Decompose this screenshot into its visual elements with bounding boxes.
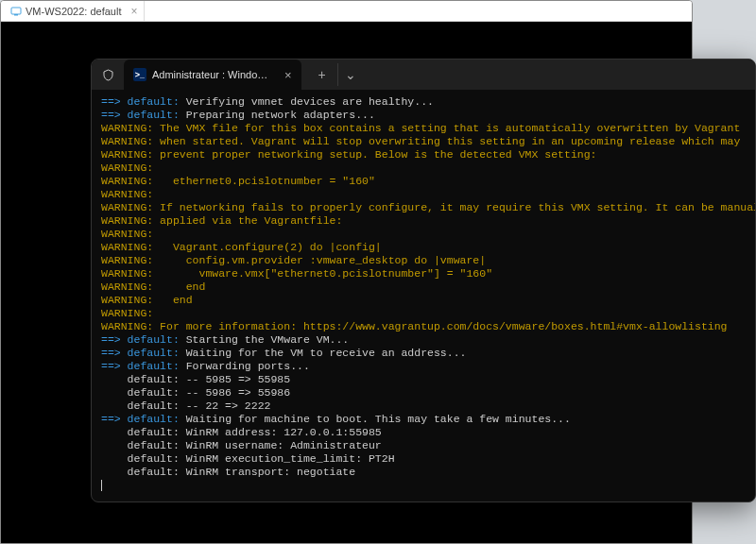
bg-tabbar: VM-WS2022: default ×	[1, 1, 692, 22]
svg-rect-0	[11, 8, 21, 14]
terminal-line: WARNING: end	[101, 294, 746, 307]
terminal-line: WARNING: applied via the Vagrantfile:	[101, 214, 746, 228]
terminal-line: WARNING: ethernet0.pcislotnumber = "160"	[101, 175, 746, 188]
terminal-line: WARNING:	[101, 228, 746, 241]
terminal-line: default: WinRM username: Administrateur	[101, 439, 746, 452]
terminal-output[interactable]: ==> default: Verifying vmnet devices are…	[92, 90, 755, 502]
terminal-line: WARNING: Vagrant.configure(2) do |config…	[101, 241, 746, 254]
terminal-line: default: WinRM execution_time_limit: PT2…	[101, 452, 746, 466]
terminal-titlebar[interactable]: >_ Administrateur : Windows Pov × + ⌄	[92, 60, 755, 90]
terminal-line: WARNING: when started. Vagrant will stop…	[101, 135, 746, 148]
shield-icon	[101, 68, 114, 81]
terminal-tab[interactable]: >_ Administrateur : Windows Pov ×	[124, 60, 301, 90]
new-tab-button[interactable]: +	[309, 63, 335, 86]
terminal-line: ==> default: Forwarding ports...	[101, 360, 746, 373]
svg-rect-1	[14, 14, 18, 16]
terminal-line: WARNING: end	[101, 280, 746, 294]
terminal-line: default: -- 5986 => 55986	[101, 386, 746, 400]
terminal-line: ==> default: Preparing network adapters.…	[101, 109, 746, 122]
bg-tab[interactable]: VM-WS2022: default ×	[5, 1, 145, 21]
terminal-line: default: WinRM address: 127.0.0.1:55985	[101, 426, 746, 439]
terminal-line: WARNING: If networking fails to properly…	[101, 201, 746, 214]
terminal-line: ==> default: Starting the VMware VM...	[101, 333, 746, 347]
close-icon[interactable]: ×	[281, 68, 292, 82]
terminal-line: default: WinRM transport: negotiate	[101, 466, 746, 479]
terminal-tab-title: Administrateur : Windows Pov	[152, 69, 275, 80]
bg-tab-label: VM-WS2022: default	[26, 6, 122, 17]
vm-icon	[10, 6, 22, 17]
terminal-line: WARNING: The VMX file for this box conta…	[101, 122, 746, 135]
terminal-line: ==> default: Waiting for machine to boot…	[101, 413, 746, 426]
terminal-line: ==> default: Verifying vmnet devices are…	[101, 95, 746, 109]
terminal-line: WARNING:	[101, 188, 746, 201]
terminal-tab-actions: + ⌄	[309, 63, 364, 86]
terminal-cursor-line	[101, 479, 746, 492]
terminal-line: WARNING: config.vm.provider :vmware_desk…	[101, 254, 746, 267]
terminal-line: default: -- 5985 => 55985	[101, 373, 746, 386]
tab-dropdown-button[interactable]: ⌄	[337, 63, 364, 86]
terminal-line: WARNING:	[101, 162, 746, 175]
powershell-icon: >_	[133, 68, 146, 81]
terminal-line: WARNING: For more information: https://w…	[101, 320, 746, 333]
terminal-line: default: -- 22 => 2222	[101, 400, 746, 413]
terminal-line: WARNING:	[101, 307, 746, 320]
terminal-window: >_ Administrateur : Windows Pov × + ⌄ ==…	[91, 59, 756, 502]
close-icon[interactable]: ×	[131, 6, 138, 17]
terminal-line: ==> default: Waiting for the VM to recei…	[101, 347, 746, 360]
terminal-line: WARNING: prevent proper networking setup…	[101, 148, 746, 162]
terminal-line: WARNING: vmware.vmx["ethernet0.pcislotnu…	[101, 267, 746, 280]
